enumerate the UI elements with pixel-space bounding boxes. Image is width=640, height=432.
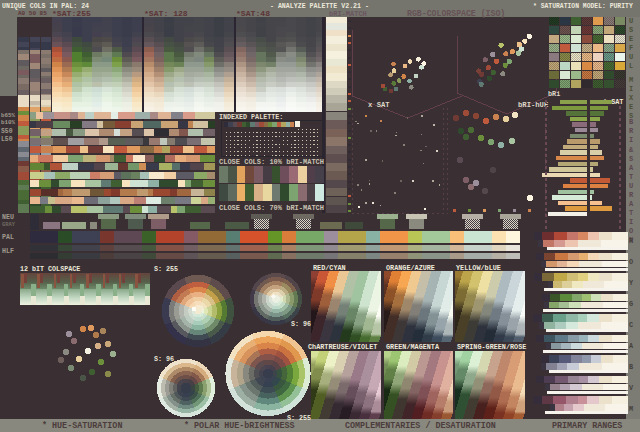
- svg-text:COMPLEMENTARIES / DESATURATION: COMPLEMENTARIES / DESATURATION: [345, 421, 496, 431]
- svg-text:HLF: HLF: [2, 248, 14, 255]
- svg-text:SPRING-GREEN/ROSE: SPRING-GREEN/ROSE: [457, 343, 526, 351]
- svg-text:C: C: [629, 321, 633, 329]
- svg-text:ChARTREUSE/VIOLET: ChARTREUSE/VIOLET: [308, 343, 377, 351]
- svg-text:NEU: NEU: [2, 214, 14, 221]
- svg-text:U: U: [629, 182, 633, 190]
- svg-text:I: I: [629, 85, 633, 93]
- svg-text:RGB-COLORSPACE (ISO): RGB-COLORSPACE (ISO): [407, 9, 505, 18]
- svg-text:*SAT: 128: *SAT: 128: [144, 9, 188, 18]
- svg-text:I: I: [629, 136, 633, 144]
- svg-text:bRi: bRi: [548, 90, 560, 98]
- svg-text:E: E: [629, 35, 633, 43]
- svg-text:U: U: [629, 17, 633, 25]
- svg-text:x SAT: x SAT: [368, 101, 390, 109]
- svg-text:S: 96: S: 96: [291, 320, 311, 328]
- svg-text:T: T: [629, 173, 633, 181]
- svg-text:GRAY: GRAY: [2, 222, 16, 228]
- svg-text:M: M: [629, 405, 633, 413]
- svg-text:B: B: [629, 363, 633, 371]
- svg-text:S: S: [629, 155, 633, 163]
- svg-text:UNIQUE COLS IN PAL: 24: UNIQUE COLS IN PAL: 24: [2, 3, 89, 10]
- svg-text:S: 255: S: 255: [154, 265, 178, 273]
- svg-text:U: U: [629, 53, 633, 61]
- svg-text:12 bIT COLSPACE: 12 bIT COLSPACE: [20, 265, 80, 273]
- svg-text:PAL: PAL: [2, 234, 14, 241]
- svg-text:S: S: [629, 26, 633, 34]
- svg-text:O: O: [629, 258, 633, 266]
- svg-text:O: O: [629, 227, 633, 235]
- svg-text:I: I: [629, 218, 633, 226]
- svg-text:G: G: [629, 300, 633, 308]
- svg-text:RED/CYAN: RED/CYAN: [313, 264, 346, 272]
- svg-text:CLOSE COLS: 10% bRI-MATCH: CLOSE COLS: 10% bRI-MATCH: [219, 158, 324, 166]
- svg-text:L: L: [629, 62, 633, 70]
- svg-text:GREEN/MAGENTA: GREEN/MAGENTA: [386, 343, 440, 351]
- svg-text:A0 50 85: A0 50 85: [18, 10, 47, 17]
- svg-text:bRI-hUE: bRI-hUE: [518, 101, 549, 109]
- svg-text:S50: S50: [1, 128, 13, 135]
- svg-text:T: T: [629, 209, 633, 217]
- svg-text:* POLAR HUE-bRIGHTNESS: * POLAR HUE-bRIGHTNESS: [184, 421, 295, 431]
- svg-text:PRIMARY RANGES: PRIMARY RANGES: [552, 421, 622, 431]
- svg-text:S: 96: S: 96: [154, 355, 174, 363]
- svg-text:b10%: b10%: [1, 119, 15, 126]
- svg-text:YELLOW/bLUE: YELLOW/bLUE: [456, 264, 501, 272]
- svg-text:- ANALYZE PALETTE V2.21 -: - ANALYZE PALETTE V2.21 -: [270, 3, 369, 10]
- svg-text:ORANGE/AZURE: ORANGE/AZURE: [386, 264, 435, 272]
- svg-text:*SAT:48: *SAT:48: [236, 9, 270, 18]
- svg-text:* SATURATION MODEL: PURITY: * SATURATION MODEL: PURITY: [533, 3, 633, 10]
- svg-text:E: E: [629, 103, 633, 111]
- svg-text:INDEXED PALETTE:: INDEXED PALETTE:: [219, 113, 283, 121]
- svg-text:bRI-MATCH: bRI-MATCH: [329, 10, 367, 18]
- svg-text:* HUE-SATURATION: * HUE-SATURATION: [42, 421, 122, 431]
- svg-text:L50: L50: [1, 136, 13, 143]
- svg-text:CLOSE COLS: 70% bRI-MATCH: CLOSE COLS: 70% bRI-MATCH: [219, 204, 324, 212]
- svg-text:F: F: [629, 44, 633, 52]
- svg-text:M: M: [629, 76, 633, 84]
- svg-text:b65%: b65%: [1, 112, 15, 119]
